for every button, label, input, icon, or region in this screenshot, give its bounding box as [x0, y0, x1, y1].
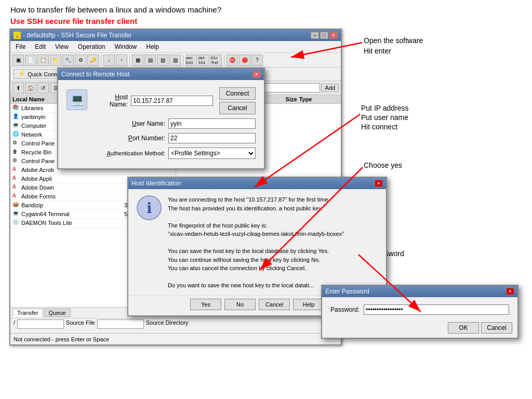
- cygwin-icon: 💻: [12, 210, 20, 218]
- host-id-info-icon: ℹ: [137, 195, 162, 220]
- tab-transfer[interactable]: Transfer: [12, 309, 43, 317]
- menu-operation[interactable]: Operation: [76, 42, 108, 51]
- window-app-icon: 🔒: [14, 32, 21, 39]
- left-up-button[interactable]: ⬆: [12, 82, 24, 94]
- port-label: Port Number:: [98, 135, 165, 142]
- host-name-input[interactable]: [131, 96, 213, 106]
- toolbar-sep-1: [101, 55, 101, 65]
- host-id-line7: You can also cancel the connection by cl…: [168, 265, 306, 271]
- dialog-connect-title: Connect to Remote Host: [61, 71, 129, 78]
- titlebar-left: 🔒 - defaultsftp - SSH Secure File Transf…: [14, 32, 131, 39]
- menu-window[interactable]: Window: [113, 42, 139, 51]
- transfer-content: / Source File Source Directory: [10, 318, 341, 330]
- toolbar-sep-2: [129, 55, 130, 65]
- left-refresh-button[interactable]: ↺: [37, 82, 49, 94]
- tab-queue[interactable]: Queue: [44, 309, 71, 317]
- user-name-label: User Name:: [98, 120, 165, 127]
- right-add-button[interactable]: Add: [321, 84, 339, 92]
- toolbar-btn-def[interactable]: def 101: [198, 55, 209, 66]
- dialog-connect-body: 💻 Host Name: Connect Cancel User Name: P…: [58, 80, 264, 168]
- toolbar-btn-7[interactable]: 🔑: [87, 55, 99, 66]
- main-toolbar: ▣ 📄 📋 📁 🔧 ⚙ 🔑 ↓ ↑ ▦ ▤ ▧ ▨ abc 010 def 10…: [10, 53, 341, 68]
- host-id-body: ℹ You are connecting to the host "10.157…: [128, 189, 386, 295]
- host-id-line5: You can save the host key to the local d…: [168, 248, 329, 254]
- no-button[interactable]: No: [224, 299, 256, 310]
- toolbar-btn-2[interactable]: 📄: [25, 55, 36, 66]
- slash-indicator: /: [14, 320, 15, 329]
- toolbar-sep-4: [224, 55, 224, 65]
- toolbar-btn-6[interactable]: ⚙: [75, 55, 86, 66]
- toolbar-btn-info[interactable]: 🔴: [239, 55, 250, 66]
- user-name-input[interactable]: [168, 118, 256, 129]
- toolbar-btn-4[interactable]: 📁: [50, 55, 61, 66]
- password-title: Enter Password: [325, 288, 369, 295]
- auth-select[interactable]: <Profile Settings>: [168, 148, 256, 159]
- dialog-connect: Connect to Remote Host ✕ 💻 Host Name: Co…: [57, 68, 265, 169]
- port-input[interactable]: [168, 133, 256, 143]
- ok-button[interactable]: OK: [448, 322, 479, 334]
- toolbar-btn-12[interactable]: ▧: [157, 55, 168, 66]
- toolbar-btn-9[interactable]: ↑: [116, 55, 127, 66]
- yes-button[interactable]: Yes: [190, 299, 221, 310]
- password-input[interactable]: [364, 304, 509, 315]
- toolbar-btn-5[interactable]: 🔧: [62, 55, 74, 66]
- control-panel2-icon: ⚙: [12, 157, 20, 165]
- menu-view[interactable]: View: [53, 42, 71, 51]
- computer-icon: 💻: [12, 122, 20, 129]
- password-titlebar: Enter Password ✕: [322, 286, 517, 297]
- menu-edit[interactable]: Edit: [33, 42, 48, 51]
- cancel-pw-button[interactable]: Cancel: [481, 322, 512, 334]
- annotation-put-user: Put user name: [361, 113, 408, 122]
- left-home-button[interactable]: 🏠: [25, 82, 36, 94]
- source-file-input[interactable]: [17, 320, 64, 329]
- host-id-text: You are connecting to the host "10.157.2…: [168, 195, 378, 290]
- menu-file[interactable]: File: [14, 42, 28, 51]
- recycle-bin-icon: 🗑: [12, 149, 20, 156]
- adobe-down-icon: A: [12, 184, 20, 191]
- host-name-row: Host Name: Connect Cancel: [98, 87, 256, 114]
- toolbar-btn-13[interactable]: ▨: [169, 55, 181, 66]
- host-id-close[interactable]: ✕: [375, 180, 383, 187]
- toolbar-btn-xef[interactable]: 01c ✕ef: [210, 55, 222, 66]
- host-id-line2: The host has provided you its identifica…: [168, 205, 323, 211]
- help-button[interactable]: Help: [293, 299, 324, 310]
- folder-icon: 📚: [12, 104, 20, 112]
- status-bar: Not connected - press Enter or Space: [10, 333, 341, 344]
- toolbar-btn-8[interactable]: ↓: [103, 55, 115, 66]
- password-buttons: OK Cancel: [322, 320, 517, 338]
- port-row: Port Number:: [98, 133, 256, 143]
- connect-button[interactable]: Connect: [219, 87, 256, 100]
- item-name: Bandizip: [21, 202, 96, 208]
- menu-bar: File Edit View Operation Window Help: [10, 41, 341, 53]
- cancel-button[interactable]: Cancel: [219, 102, 256, 114]
- password-label: Password:: [330, 306, 360, 313]
- toolbar-btn-abc[interactable]: abc 010: [185, 55, 197, 66]
- source-dir-input[interactable]: [97, 320, 144, 329]
- toolbar-btn-10[interactable]: ▦: [132, 55, 143, 66]
- host-name-label: Host Name:: [98, 94, 128, 108]
- password-body: Password:: [322, 297, 517, 320]
- bandizip-icon: 📦: [12, 202, 20, 209]
- toolbar-btn-3[interactable]: 📋: [37, 55, 49, 66]
- host-id-line3: The fingerprint of the host public key i…: [168, 222, 267, 229]
- dialog-connect-close[interactable]: ✕: [252, 71, 261, 78]
- host-id-title: Host Identification: [131, 180, 181, 187]
- toolbar-btn-11[interactable]: ▤: [144, 55, 156, 66]
- host-id-question: Do you want to save the new host key to …: [168, 282, 314, 288]
- maximize-button[interactable]: □: [320, 32, 328, 39]
- password-close[interactable]: ✕: [506, 288, 514, 295]
- quick-connect-icon: ⚡: [18, 71, 25, 77]
- item-name: Cygwin64 Terminal: [21, 211, 96, 217]
- auth-row: Authentication Method: <Profile Settings…: [98, 148, 256, 159]
- source-dir-label: Source Directory: [146, 320, 189, 329]
- toolbar-btn-stop[interactable]: ⛔: [227, 55, 238, 66]
- cancel-host-button[interactable]: Cancel: [259, 299, 290, 310]
- close-button[interactable]: ✕: [329, 32, 338, 39]
- item-name: Adobe Down: [21, 184, 96, 191]
- daemon-icon: 💿: [12, 219, 20, 227]
- toolbar-btn-1[interactable]: ▣: [12, 55, 24, 66]
- toolbar-btn-help[interactable]: ?: [251, 55, 263, 66]
- menu-help[interactable]: Help: [144, 42, 161, 51]
- status-text: Not connected - press Enter or Space: [14, 336, 109, 342]
- minimize-button[interactable]: ─: [311, 32, 319, 39]
